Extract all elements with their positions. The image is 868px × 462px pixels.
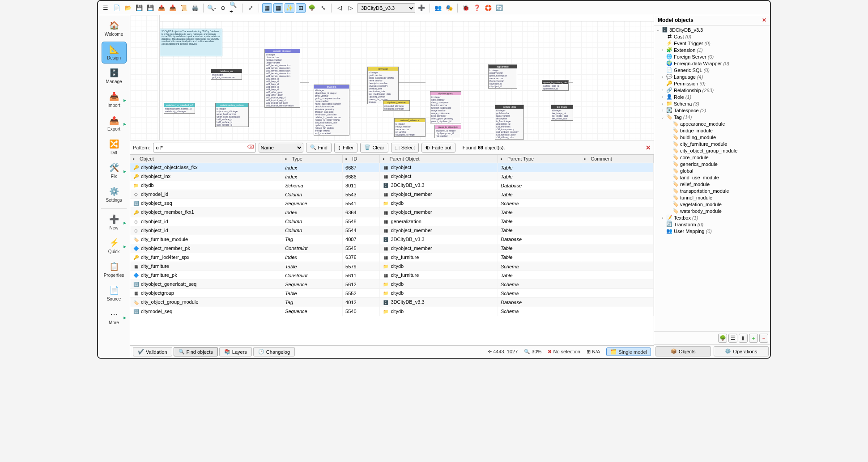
- model-selector[interactable]: 3DCityDB_v3.3: [357, 3, 415, 13]
- result-row[interactable]: ◇citymodel_idColumn5543▦cityobject_membe…: [130, 190, 654, 199]
- bottom-tab-findobjects[interactable]: 🔍Find objects: [174, 347, 218, 356]
- lifebuoy-icon[interactable]: 🛟: [483, 3, 493, 13]
- erd-table[interactable]: waterbod_to_waterbnd_srfwaterboundary_su…: [164, 103, 195, 114]
- canvas-note[interactable]: 3DCityDB Project — The award winning 3D …: [160, 29, 222, 56]
- result-row[interactable]: 🔢cityobject_genericatt_seqSequence5612📁c…: [130, 280, 654, 289]
- tree-node[interactable]: ›🧩Extension (1): [654, 47, 770, 53]
- result-row[interactable]: ▦cityobjectgroupTable5552📁citydbSchema: [130, 289, 654, 298]
- tree-leaf[interactable]: 🏷️appearance_module: [654, 120, 770, 127]
- tree-node[interactable]: ›💽Tablespace (2): [654, 107, 770, 114]
- tree-view-icon[interactable]: 🌳: [307, 3, 317, 13]
- erd-table[interactable]: cityobjectid integerobjectclass_id integ…: [314, 85, 349, 136]
- erd-table[interactable]: group_to_cityobjectcityobject_id integer…: [434, 125, 461, 138]
- roles-icon[interactable]: 🎭: [444, 3, 454, 13]
- result-row[interactable]: 🔢cityobject_seqSequence5541📁citydbSchema: [130, 199, 654, 208]
- objects-tab[interactable]: 📦Objects: [655, 346, 711, 356]
- close-panel-icon[interactable]: ✕: [762, 17, 766, 23]
- tree-leaf[interactable]: 🏷️land_use_module: [654, 174, 770, 181]
- tree-node[interactable]: 🌐Foreign Server (0): [654, 53, 770, 60]
- column-header[interactable]: ▪Comment: [581, 155, 654, 163]
- result-row[interactable]: 🔑cityobject_member_fkx1Index6364▦cityobj…: [130, 208, 654, 217]
- result-row[interactable]: 🔑cityobject_inxIndex6686▦cityobjectTable: [130, 172, 654, 181]
- add-object-icon[interactable]: ＋: [749, 334, 758, 343]
- result-row[interactable]: 🏷️city_furniture_moduleTag4007🗄️3DCityDB…: [130, 235, 654, 244]
- script-icon[interactable]: 📜: [179, 3, 189, 13]
- zoom-reset-icon[interactable]: ⊙: [218, 3, 228, 13]
- column-header[interactable]: ▪Type: [282, 155, 343, 163]
- export-icon[interactable]: 📤: [157, 3, 166, 13]
- result-row[interactable]: ◇cityobject_idColumn5544▦cityobject_memb…: [130, 226, 654, 235]
- tree-view-mode-icon[interactable]: 🌳: [718, 334, 727, 343]
- erd-table[interactable]: cityobject_membercitymodel_id integercit…: [383, 100, 410, 111]
- compact-view-icon[interactable]: ⊞: [296, 3, 306, 13]
- tree-leaf[interactable]: 🏷️city_object_group_module: [654, 147, 770, 154]
- erd-table[interactable]: appearanceid integergmlid varchargmlid_c…: [488, 64, 517, 89]
- column-header[interactable]: ▪Parent Object: [380, 155, 498, 163]
- clear-pattern-icon[interactable]: ⌫: [247, 144, 254, 150]
- tree-root[interactable]: ⌄🗄️3DCityDB_v3.3: [654, 26, 770, 33]
- tree-node[interactable]: 🌍Foreign-data Wrapper (0): [654, 60, 770, 67]
- zoom-out-icon[interactable]: 🔍-: [207, 3, 217, 13]
- tree-node[interactable]: ⌄🏷️Tag (14): [654, 114, 770, 120]
- column-header[interactable]: ▪Object: [130, 155, 282, 163]
- magic-align-icon[interactable]: ✨: [285, 3, 294, 13]
- add-model-icon[interactable]: ➕: [417, 3, 426, 13]
- nav-manage[interactable]: 🗄️Manage: [102, 65, 127, 87]
- zoom-in-icon[interactable]: 🔍+: [229, 3, 239, 13]
- snap-toggle-icon[interactable]: ▦: [273, 3, 283, 13]
- nav-source[interactable]: 📄Source: [102, 283, 127, 305]
- refresh-icon[interactable]: 🔄: [494, 3, 504, 13]
- tree-leaf[interactable]: 🏷️vegetation_module: [654, 201, 770, 208]
- tree-node[interactable]: ›🔗Relationship (263): [654, 87, 770, 93]
- tree-node[interactable]: 📄Generic SQL (0): [654, 67, 770, 73]
- mode-toggle[interactable]: 🗂️Single model: [606, 348, 651, 356]
- nav-diff[interactable]: 🔀Diff: [102, 136, 127, 158]
- nav-more[interactable]: ⋯More▶: [102, 306, 127, 328]
- expand-icon[interactable]: ⌄: [656, 28, 660, 32]
- expand-icon[interactable]: ›: [660, 88, 665, 93]
- zoom-fit-icon[interactable]: ⤢: [246, 3, 255, 13]
- tree-node[interactable]: 👥User Mapping (0): [654, 228, 770, 234]
- nav-properties[interactable]: 📋Properties: [102, 259, 127, 281]
- erd-table[interactable]: database_srssrid integergml_srs_name var…: [211, 69, 242, 80]
- erd-table[interactable]: cityobjectgroupid integerclass varcharcl…: [430, 91, 461, 123]
- save-as-icon[interactable]: 💾: [145, 3, 155, 13]
- open-folder-icon[interactable]: 📂: [123, 3, 133, 13]
- expand-icon[interactable]: ›: [660, 216, 665, 220]
- object-tree[interactable]: ⌄🗄️3DCityDB_v3.3⇄Cast (0)⚡Event Trigger …: [654, 25, 770, 331]
- bottom-tab-validation[interactable]: ✔️Validation: [133, 347, 172, 356]
- tree-leaf[interactable]: 🏷️core_module: [654, 154, 770, 161]
- tree-node[interactable]: ⚡Event Trigger (0): [654, 40, 770, 47]
- tree-node[interactable]: 🔑Permission (0): [654, 80, 770, 87]
- close-find-icon[interactable]: ✕: [646, 144, 651, 151]
- bottom-tab-changelog[interactable]: 🕒Changelog: [253, 347, 295, 356]
- grid-toggle-icon[interactable]: ▦: [262, 3, 272, 13]
- scope-select[interactable]: Name: [259, 143, 303, 153]
- expand-icon[interactable]: ›: [660, 75, 665, 79]
- result-row[interactable]: 🔢citymodel_seqSequence5540📁citydbSchema: [130, 307, 654, 316]
- tree-leaf[interactable]: 🏷️relief_module: [654, 181, 770, 187]
- tree-leaf[interactable]: 🏷️tunnel_module: [654, 194, 770, 201]
- filter-tree-icon[interactable]: ⫿: [739, 334, 748, 343]
- column-header[interactable]: ▪ID: [343, 155, 380, 163]
- expand-icon[interactable]: ›: [660, 95, 665, 99]
- nav-quick[interactable]: ⚡Quick▶: [102, 235, 127, 257]
- operations-tab[interactable]: ⚙️Operations: [714, 346, 769, 356]
- tree-leaf[interactable]: 🏷️city_furniture_module: [654, 140, 770, 147]
- tree-node[interactable]: ›📝Textbox (1): [654, 214, 770, 221]
- nav-design[interactable]: 📐Design: [102, 42, 127, 64]
- result-row[interactable]: 🔑city_furn_lod4terr_spxIndex6376▦city_fu…: [130, 253, 654, 262]
- nav-welcome[interactable]: 🏠Welcome: [102, 18, 127, 40]
- result-row[interactable]: 🔷city_furniture_pkConstraint5611▦city_fu…: [130, 271, 654, 280]
- fadeout-button[interactable]: ◐Fade out: [421, 143, 455, 153]
- expand-icon[interactable]: ›: [660, 48, 665, 52]
- remove-object-icon[interactable]: －: [759, 334, 768, 343]
- result-row[interactable]: ◇cityobject_idColumn5548▦generalizationT…: [130, 217, 654, 226]
- nav-import[interactable]: 📥Import▶: [102, 89, 127, 111]
- tree-leaf[interactable]: 🏷️waterbody_module: [654, 208, 770, 214]
- tree-node[interactable]: ›👤Role (1): [654, 93, 770, 100]
- import-icon[interactable]: 📥: [168, 3, 178, 13]
- nav-new[interactable]: ➕New▶: [102, 212, 127, 233]
- bottom-tab-layers[interactable]: 📚Layers: [219, 347, 252, 356]
- tree-leaf[interactable]: 🏷️global: [654, 167, 770, 174]
